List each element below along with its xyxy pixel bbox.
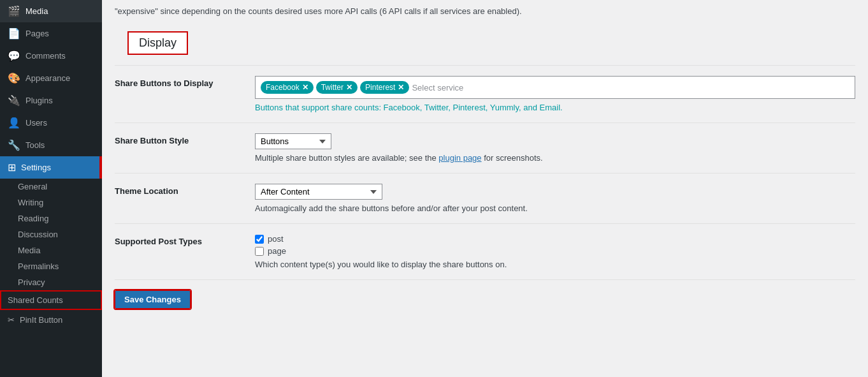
tag-input[interactable]: Facebook ✕ Twitter ✕ Pinterest ✕ Select …: [255, 76, 855, 99]
settings-sub-menu: General Writing Reading Discussion Media…: [0, 179, 102, 290]
sidebar-item-label: Users: [25, 118, 47, 128]
sidebar-item-label: Appearance: [25, 73, 70, 83]
sidebar-item-label: Pages: [25, 29, 49, 38]
sidebar-item-media[interactable]: 🎬 Media: [0, 0, 102, 22]
tag-facebook-label: Facebook: [266, 83, 300, 92]
sidebar-item-pages[interactable]: 📄 Pages: [0, 22, 102, 45]
sub-item-discussion[interactable]: Discussion: [0, 226, 102, 242]
theme-location-select[interactable]: After Content Before Content Both Manual: [255, 184, 382, 200]
sidebar-item-appearance[interactable]: 🎨 Appearance: [0, 67, 102, 89]
save-section: Save Changes: [115, 290, 855, 309]
sub-item-general[interactable]: General: [0, 179, 102, 195]
sidebar-item-comments[interactable]: 💬 Comments: [0, 45, 102, 67]
sub-item-permalinks[interactable]: Permalinks: [0, 258, 102, 274]
supported-post-types-content: post page Which content type(s) you woul…: [255, 234, 855, 269]
comments-icon: 💬: [8, 50, 20, 62]
tools-icon: 🔧: [8, 139, 20, 151]
sidebar-item-label: Tools: [25, 140, 45, 150]
tag-placeholder: Select service: [412, 83, 463, 92]
checkbox-post-row: post: [255, 234, 855, 244]
shared-counts-label: Shared Counts: [8, 295, 63, 305]
checkbox-post-label[interactable]: post: [268, 234, 284, 244]
pinit-icon: ✂: [8, 315, 15, 325]
sidebar-item-label: Plugins: [25, 96, 53, 105]
theme-location-content: After Content Before Content Both Manual…: [255, 184, 855, 213]
media-icon: 🎬: [8, 5, 20, 17]
share-button-style-select[interactable]: Buttons Icons Text: [255, 133, 331, 149]
sidebar-item-plugins[interactable]: 🔌 Plugins: [0, 89, 102, 112]
checkbox-page[interactable]: [255, 247, 264, 256]
sub-item-privacy[interactable]: Privacy: [0, 274, 102, 290]
checkbox-page-label[interactable]: page: [268, 246, 286, 256]
share-button-style-row: Share Button Style Buttons Icons Text Mu…: [115, 123, 855, 174]
sidebar-item-settings[interactable]: ⊞ Settings: [0, 156, 102, 179]
share-buttons-display-row: Share Buttons to Display Facebook ✕ Twit…: [115, 65, 855, 123]
sidebar-item-shared-counts[interactable]: Shared Counts: [0, 290, 102, 310]
sidebar-item-tools[interactable]: 🔧 Tools: [0, 134, 102, 156]
pinit-label: PinIt Button: [20, 315, 62, 325]
settings-icon: ⊞: [8, 161, 16, 174]
share-button-style-help: Multiple share button styles are availab…: [255, 153, 855, 163]
tag-pinterest-label: Pinterest: [365, 83, 395, 92]
supported-post-types-row: Supported Post Types post page Which con…: [115, 224, 855, 280]
save-changes-button[interactable]: Save Changes: [115, 290, 191, 309]
checkbox-post[interactable]: [255, 235, 264, 244]
tag-twitter-label: Twitter: [321, 83, 344, 92]
sub-item-writing[interactable]: Writing: [0, 195, 102, 211]
users-icon: 👤: [8, 117, 20, 129]
supported-post-types-help: Which content type(s) you would like to …: [255, 260, 855, 269]
notice-text: "expensive" since depending on the count…: [115, 6, 522, 16]
share-buttons-content: Facebook ✕ Twitter ✕ Pinterest ✕ Select …: [255, 76, 855, 112]
appearance-icon: 🎨: [8, 72, 20, 84]
top-notice: "expensive" since depending on the count…: [102, 0, 868, 18]
plugin-page-link[interactable]: plugin page: [438, 153, 481, 163]
theme-location-label: Theme Location: [115, 184, 242, 196]
share-button-style-label: Share Button Style: [115, 133, 242, 145]
display-section-title: Display: [127, 31, 188, 55]
plugins-icon: 🔌: [8, 94, 20, 107]
sidebar-item-label: Settings: [21, 163, 51, 172]
tag-pinterest[interactable]: Pinterest ✕: [360, 81, 409, 94]
tag-twitter[interactable]: Twitter ✕: [316, 81, 358, 94]
share-buttons-help: Buttons that support share counts: Faceb…: [255, 103, 855, 112]
theme-location-help: Automagically add the share buttons befo…: [255, 203, 855, 213]
share-buttons-label: Share Buttons to Display: [115, 76, 242, 88]
theme-location-row: Theme Location After Content Before Cont…: [115, 174, 855, 224]
sidebar: 🎬 Media 📄 Pages 💬 Comments 🎨 Appearance …: [0, 0, 102, 377]
main-content: "expensive" since depending on the count…: [102, 0, 868, 377]
sidebar-item-users[interactable]: 👤 Users: [0, 112, 102, 134]
checkbox-page-row: page: [255, 246, 855, 256]
tag-facebook[interactable]: Facebook ✕: [261, 81, 314, 94]
sub-item-reading[interactable]: Reading: [0, 211, 102, 226]
pages-icon: 📄: [8, 27, 20, 40]
supported-post-types-label: Supported Post Types: [115, 234, 242, 246]
tag-facebook-remove[interactable]: ✕: [302, 83, 308, 92]
tag-twitter-remove[interactable]: ✕: [346, 83, 352, 92]
tag-pinterest-remove[interactable]: ✕: [398, 83, 404, 92]
sidebar-item-label: Media: [25, 6, 48, 16]
sidebar-item-pinit-button[interactable]: ✂ PinIt Button: [0, 310, 102, 330]
sidebar-item-label: Comments: [25, 51, 66, 61]
share-button-style-content: Buttons Icons Text Multiple share button…: [255, 133, 855, 163]
sub-item-media-settings[interactable]: Media: [0, 242, 102, 258]
